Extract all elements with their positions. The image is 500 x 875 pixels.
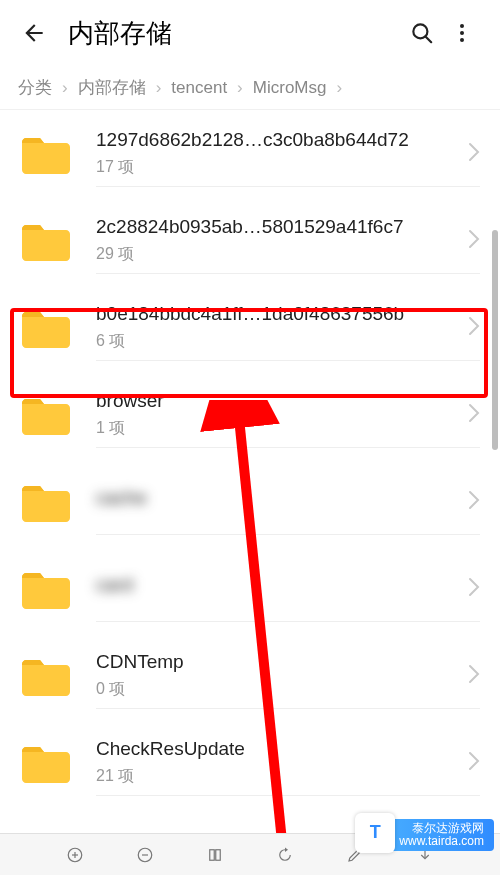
chevron-right-icon	[468, 490, 480, 514]
chevron-right-icon	[468, 316, 480, 340]
folder-name: 2c28824b0935ab…5801529a41f6c7	[96, 216, 452, 238]
breadcrumb[interactable]: 分类 › 内部存储 › tencent › MicroMsg ›	[0, 66, 500, 110]
svg-point-2	[460, 24, 464, 28]
folder-meta: 6 项	[96, 331, 452, 352]
chevron-right-icon	[468, 403, 480, 427]
more-vertical-icon	[450, 21, 474, 45]
plus-circle-icon	[66, 846, 84, 864]
fit-button[interactable]	[201, 841, 229, 869]
app-header: 内部存储	[0, 0, 500, 66]
folder-row-body: browser1 项	[96, 381, 480, 448]
folder-row[interactable]: browser1 项	[0, 371, 500, 458]
svg-rect-11	[210, 849, 215, 860]
breadcrumb-item[interactable]: 内部存储	[78, 76, 146, 99]
watermark-badge: T 泰尔达游戏网 www.tairda.com	[361, 819, 494, 851]
fit-icon	[206, 846, 224, 864]
chevron-right-icon: ›	[150, 78, 168, 98]
folder-row-body: 1297d6862b2128…c3c0ba8b644d7217 项	[96, 120, 480, 187]
minus-circle-icon	[136, 846, 154, 864]
more-menu-button[interactable]	[442, 13, 482, 53]
back-arrow-icon	[21, 20, 47, 46]
rotate-button[interactable]	[271, 841, 299, 869]
chevron-right-icon	[468, 577, 480, 601]
folder-row-body: CDNTemp0 项	[96, 642, 480, 709]
folder-icon	[18, 565, 74, 613]
folder-meta: 17 项	[96, 157, 452, 178]
folder-name: b0e184bbdc4a1ff…1da0f48637556b	[96, 303, 452, 325]
folder-icon	[18, 739, 74, 787]
folder-meta: 0 项	[96, 679, 452, 700]
folder-row[interactable]: CDNTemp0 项	[0, 632, 500, 719]
chevron-right-icon: ›	[56, 78, 74, 98]
folder-row-body: b0e184bbdc4a1ff…1da0f48637556b6 项	[96, 294, 480, 361]
folder-row[interactable]: 1297d6862b2128…c3c0ba8b644d7217 项	[0, 110, 500, 197]
folder-icon	[18, 652, 74, 700]
folder-name: card	[96, 574, 452, 596]
folder-meta: 1 项	[96, 418, 452, 439]
folder-meta: 21 项	[96, 766, 452, 787]
folder-icon	[18, 826, 74, 834]
folder-name: CDNTemp	[96, 651, 452, 673]
folder-meta: 29 项	[96, 244, 452, 265]
breadcrumb-item[interactable]: tencent	[171, 78, 227, 98]
folder-row[interactable]: b0e184bbdc4a1ff…1da0f48637556b6 项	[0, 284, 500, 371]
folder-row[interactable]: CheckResUpdate21 项	[0, 719, 500, 806]
chevron-right-icon	[468, 664, 480, 688]
back-button[interactable]	[18, 17, 50, 49]
chevron-right-icon	[468, 142, 480, 166]
folder-name: CheckResUpdate	[96, 738, 452, 760]
chevron-right-icon: ›	[231, 78, 249, 98]
folder-row[interactable]: cache	[0, 458, 500, 545]
folder-icon	[18, 130, 74, 178]
svg-line-1	[425, 36, 431, 42]
svg-rect-12	[216, 849, 221, 860]
folder-icon	[18, 478, 74, 526]
zoom-out-button[interactable]	[131, 841, 159, 869]
watermark-logo-icon: T	[355, 813, 395, 853]
breadcrumb-item[interactable]: MicroMsg	[253, 78, 327, 98]
watermark-url: www.tairda.com	[399, 835, 484, 848]
folder-row-body: card	[96, 555, 480, 622]
breadcrumb-item[interactable]: 分类	[18, 76, 52, 99]
search-button[interactable]	[402, 13, 442, 53]
folder-icon	[18, 304, 74, 352]
folder-name: cache	[96, 487, 452, 509]
zoom-in-button[interactable]	[61, 841, 89, 869]
folder-row[interactable]: 2c28824b0935ab…5801529a41f6c729 项	[0, 197, 500, 284]
rotate-icon	[276, 846, 294, 864]
folder-name: browser	[96, 390, 452, 412]
folder-row-body: CheckResUpdate21 项	[96, 729, 480, 796]
folder-row-body: cache	[96, 468, 480, 535]
svg-point-4	[460, 38, 464, 42]
svg-point-3	[460, 31, 464, 35]
folder-row-body: 2c28824b0935ab…5801529a41f6c729 项	[96, 207, 480, 274]
chevron-right-icon: ›	[330, 78, 348, 98]
search-icon	[409, 20, 435, 46]
folder-icon	[18, 217, 74, 265]
folder-icon	[18, 391, 74, 439]
page-title: 内部存储	[68, 16, 402, 51]
folder-row[interactable]: card	[0, 545, 500, 632]
chevron-right-icon	[468, 751, 480, 775]
folder-list[interactable]: 1297d6862b2128…c3c0ba8b644d7217 项2c28824…	[0, 110, 500, 833]
chevron-right-icon	[468, 229, 480, 253]
folder-name: 1297d6862b2128…c3c0ba8b644d72	[96, 129, 452, 151]
